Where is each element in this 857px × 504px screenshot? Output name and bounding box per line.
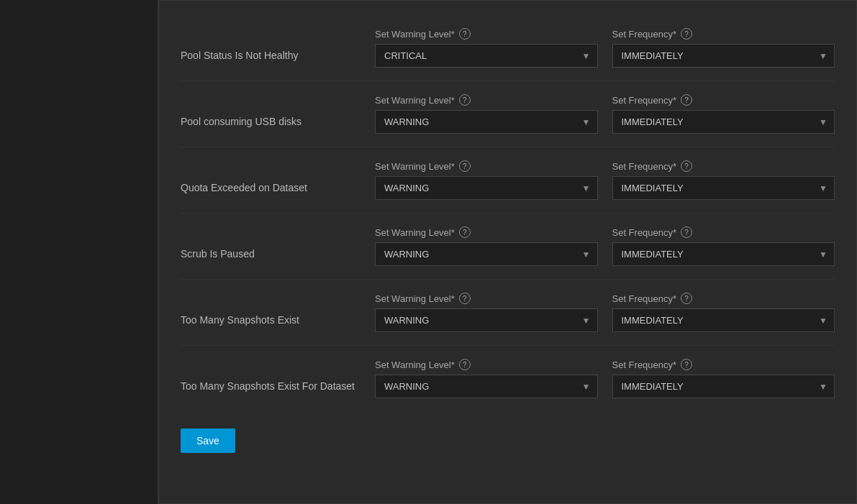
warning-level-select-wrapper-scrub-paused: CRITICALWARNINGINFO ▼ <box>375 242 598 266</box>
frequency-help-icon-too-many-snapshots-dataset[interactable]: ? <box>681 359 692 370</box>
warning-level-label-too-many-snapshots: Set Warning Level* ? <box>375 293 598 304</box>
frequency-label-text-pool-usb: Set Frequency* <box>612 95 677 106</box>
frequency-select-pool-status[interactable]: IMMEDIATELYHOURLYDAILYWEEKLY <box>612 44 835 68</box>
rows-container: Pool Status Is Not Healthy Set Warning L… <box>181 15 835 411</box>
alert-controls-too-many-snapshots: Set Warning Level* ? CRITICALWARNINGINFO… <box>375 293 835 332</box>
warning-level-help-icon-pool-status[interactable]: ? <box>459 28 471 40</box>
frequency-group-too-many-snapshots: Set Frequency* ? IMMEDIATELYHOURLYDAILYW… <box>612 293 835 332</box>
frequency-select-scrub-paused[interactable]: IMMEDIATELYHOURLYDAILYWEEKLY <box>612 242 835 266</box>
alert-controls-pool-status: Set Warning Level* ? CRITICALWARNINGINFO… <box>375 28 835 68</box>
frequency-group-quota-exceeded: Set Frequency* ? IMMEDIATELYHOURLYDAILYW… <box>612 160 835 200</box>
frequency-select-wrapper-too-many-snapshots-dataset: IMMEDIATELYHOURLYDAILYWEEKLY ▼ <box>612 375 835 398</box>
warning-level-group-scrub-paused: Set Warning Level* ? CRITICALWARNINGINFO… <box>375 226 598 266</box>
warning-level-help-icon-pool-usb[interactable]: ? <box>459 94 471 106</box>
main-content: Pool Status Is Not Healthy Set Warning L… <box>158 0 857 504</box>
warning-level-select-too-many-snapshots-dataset[interactable]: CRITICALWARNINGINFO <box>375 375 598 398</box>
warning-level-text-pool-usb: Set Warning Level* <box>375 95 455 106</box>
frequency-label-pool-status: Set Frequency* ? <box>612 28 835 40</box>
alert-row-too-many-snapshots-dataset: Too Many Snapshots Exist For Dataset Set… <box>181 346 835 411</box>
alert-row-pool-usb: Pool consuming USB disks Set Warning Lev… <box>181 81 835 147</box>
warning-level-help-icon-too-many-snapshots[interactable]: ? <box>459 293 471 304</box>
warning-level-select-wrapper-pool-usb: CRITICALWARNINGINFO ▼ <box>375 110 598 134</box>
frequency-group-pool-status: Set Frequency* ? IMMEDIATELYHOURLYDAILYW… <box>612 28 835 68</box>
frequency-label-too-many-snapshots-dataset: Set Frequency* ? <box>612 359 835 370</box>
alert-controls-pool-usb: Set Warning Level* ? CRITICALWARNINGINFO… <box>375 94 835 134</box>
warning-level-group-too-many-snapshots: Set Warning Level* ? CRITICALWARNINGINFO… <box>375 293 598 332</box>
sidebar <box>0 0 158 504</box>
frequency-select-wrapper-pool-usb: IMMEDIATELYHOURLYDAILYWEEKLY ▼ <box>612 110 835 134</box>
warning-level-select-quota-exceeded[interactable]: CRITICALWARNINGINFO <box>375 176 598 200</box>
frequency-help-icon-quota-exceeded[interactable]: ? <box>681 160 692 172</box>
warning-level-text-too-many-snapshots-dataset: Set Warning Level* <box>375 359 455 370</box>
warning-level-help-icon-too-many-snapshots-dataset[interactable]: ? <box>459 359 471 370</box>
frequency-select-wrapper-too-many-snapshots: IMMEDIATELYHOURLYDAILYWEEKLY ▼ <box>612 308 835 332</box>
warning-level-select-pool-usb[interactable]: CRITICALWARNINGINFO <box>375 110 598 134</box>
warning-level-select-scrub-paused[interactable]: CRITICALWARNINGINFO <box>375 242 598 266</box>
frequency-label-text-quota-exceeded: Set Frequency* <box>612 161 677 172</box>
frequency-select-pool-usb[interactable]: IMMEDIATELYHOURLYDAILYWEEKLY <box>612 110 835 134</box>
frequency-select-too-many-snapshots[interactable]: IMMEDIATELYHOURLYDAILYWEEKLY <box>612 308 835 332</box>
frequency-label-text-too-many-snapshots-dataset: Set Frequency* <box>612 359 677 370</box>
frequency-label-quota-exceeded: Set Frequency* ? <box>612 160 835 172</box>
frequency-help-icon-too-many-snapshots[interactable]: ? <box>681 293 692 304</box>
warning-level-label-pool-usb: Set Warning Level* ? <box>375 94 598 106</box>
frequency-select-wrapper-quota-exceeded: IMMEDIATELYHOURLYDAILYWEEKLY ▼ <box>612 176 835 200</box>
frequency-label-pool-usb: Set Frequency* ? <box>612 94 835 106</box>
warning-level-select-pool-status[interactable]: CRITICALWARNINGINFO <box>375 44 598 68</box>
alert-label-quota-exceeded: Quota Exceeded on Dataset <box>181 160 375 193</box>
warning-level-label-quota-exceeded: Set Warning Level* ? <box>375 160 598 172</box>
warning-level-select-wrapper-too-many-snapshots-dataset: CRITICALWARNINGINFO ▼ <box>375 375 598 398</box>
alert-label-pool-status: Pool Status Is Not Healthy <box>181 28 375 61</box>
warning-level-select-wrapper-quota-exceeded: CRITICALWARNINGINFO ▼ <box>375 176 598 200</box>
warning-level-help-icon-quota-exceeded[interactable]: ? <box>459 160 471 172</box>
frequency-select-quota-exceeded[interactable]: IMMEDIATELYHOURLYDAILYWEEKLY <box>612 176 835 200</box>
warning-level-label-scrub-paused: Set Warning Level* ? <box>375 226 598 238</box>
frequency-group-too-many-snapshots-dataset: Set Frequency* ? IMMEDIATELYHOURLYDAILYW… <box>612 359 835 398</box>
frequency-label-text-too-many-snapshots: Set Frequency* <box>612 293 677 304</box>
alert-row-quota-exceeded: Quota Exceeded on Dataset Set Warning Le… <box>181 147 835 214</box>
alert-label-pool-usb: Pool consuming USB disks <box>181 94 375 127</box>
frequency-group-pool-usb: Set Frequency* ? IMMEDIATELYHOURLYDAILYW… <box>612 94 835 134</box>
alert-controls-too-many-snapshots-dataset: Set Warning Level* ? CRITICALWARNINGINFO… <box>375 359 835 398</box>
alert-label-too-many-snapshots-dataset: Too Many Snapshots Exist For Dataset <box>181 359 375 392</box>
warning-level-group-too-many-snapshots-dataset: Set Warning Level* ? CRITICALWARNINGINFO… <box>375 359 598 398</box>
alert-label-too-many-snapshots: Too Many Snapshots Exist <box>181 293 375 326</box>
warning-level-text-too-many-snapshots: Set Warning Level* <box>375 293 455 304</box>
warning-level-help-icon-scrub-paused[interactable]: ? <box>459 226 471 238</box>
save-section: Save <box>181 411 835 453</box>
warning-level-group-pool-usb: Set Warning Level* ? CRITICALWARNINGINFO… <box>375 94 598 134</box>
frequency-label-scrub-paused: Set Frequency* ? <box>612 226 835 238</box>
warning-level-text-scrub-paused: Set Warning Level* <box>375 227 455 238</box>
frequency-select-too-many-snapshots-dataset[interactable]: IMMEDIATELYHOURLYDAILYWEEKLY <box>612 375 835 398</box>
warning-level-group-pool-status: Set Warning Level* ? CRITICALWARNINGINFO… <box>375 28 598 68</box>
save-button[interactable]: Save <box>181 429 235 453</box>
warning-level-text-pool-status: Set Warning Level* <box>375 29 455 40</box>
frequency-help-icon-scrub-paused[interactable]: ? <box>681 226 692 238</box>
frequency-select-wrapper-scrub-paused: IMMEDIATELYHOURLYDAILYWEEKLY ▼ <box>612 242 835 266</box>
warning-level-select-wrapper-too-many-snapshots: CRITICALWARNINGINFO ▼ <box>375 308 598 332</box>
alert-controls-quota-exceeded: Set Warning Level* ? CRITICALWARNINGINFO… <box>375 160 835 200</box>
alert-label-scrub-paused: Scrub Is Paused <box>181 226 375 260</box>
alert-row-too-many-snapshots: Too Many Snapshots Exist Set Warning Lev… <box>181 280 835 346</box>
frequency-label-text-scrub-paused: Set Frequency* <box>612 227 677 238</box>
warning-level-group-quota-exceeded: Set Warning Level* ? CRITICALWARNINGINFO… <box>375 160 598 200</box>
warning-level-label-too-many-snapshots-dataset: Set Warning Level* ? <box>375 359 598 370</box>
alert-row-scrub-paused: Scrub Is Paused Set Warning Level* ? CRI… <box>181 214 835 280</box>
warning-level-label-pool-status: Set Warning Level* ? <box>375 28 598 40</box>
frequency-label-text-pool-status: Set Frequency* <box>612 29 677 40</box>
warning-level-select-wrapper-pool-status: CRITICALWARNINGINFO ▼ <box>375 44 598 68</box>
frequency-help-icon-pool-usb[interactable]: ? <box>681 94 692 106</box>
frequency-label-too-many-snapshots: Set Frequency* ? <box>612 293 835 304</box>
alert-controls-scrub-paused: Set Warning Level* ? CRITICALWARNINGINFO… <box>375 226 835 266</box>
frequency-select-wrapper-pool-status: IMMEDIATELYHOURLYDAILYWEEKLY ▼ <box>612 44 835 68</box>
frequency-help-icon-pool-status[interactable]: ? <box>681 28 692 40</box>
warning-level-select-too-many-snapshots[interactable]: CRITICALWARNINGINFO <box>375 308 598 332</box>
page-wrapper: Pool Status Is Not Healthy Set Warning L… <box>0 0 857 504</box>
alert-row-pool-status: Pool Status Is Not Healthy Set Warning L… <box>181 15 835 81</box>
frequency-group-scrub-paused: Set Frequency* ? IMMEDIATELYHOURLYDAILYW… <box>612 226 835 266</box>
warning-level-text-quota-exceeded: Set Warning Level* <box>375 161 455 172</box>
